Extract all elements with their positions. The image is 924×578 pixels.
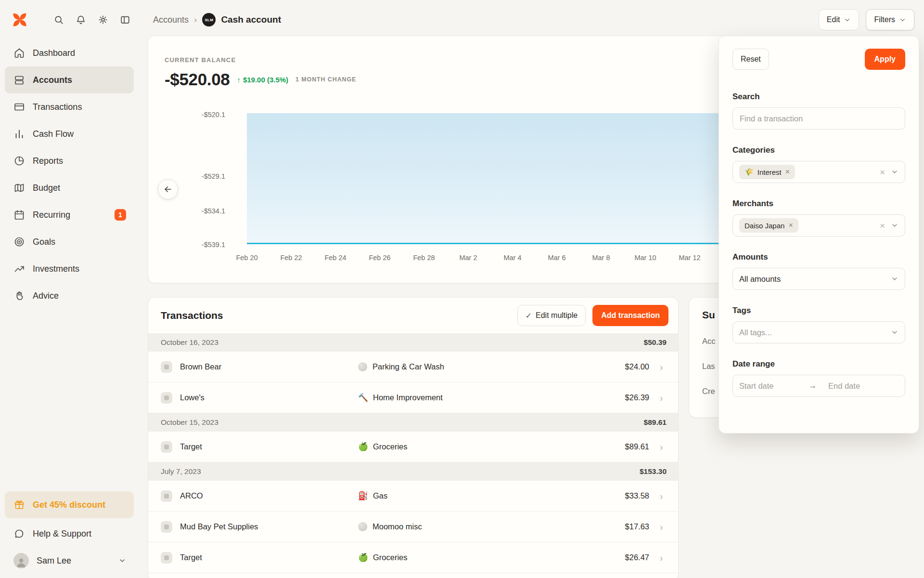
clear-select-icon[interactable]: ×	[880, 168, 885, 177]
help-support-button[interactable]: Help & Support	[5, 520, 134, 547]
category-name: Parking & Car Wash	[372, 362, 444, 371]
transaction-group-header: July 7, 2023 $153.30	[148, 462, 678, 481]
chevron-right-icon: ›	[656, 442, 667, 452]
chart-scroll-left-button[interactable]	[158, 179, 178, 199]
transaction-row[interactable]: Brown Bear Parking & Car Wash $24.00 ›	[148, 352, 678, 382]
discount-promo-button[interactable]: Get 45% discount	[5, 491, 134, 518]
date-range-label: Date range	[732, 359, 905, 369]
user-name: Sam Lee	[37, 556, 71, 566]
sidebar-item-accounts[interactable]: Accounts	[5, 66, 134, 93]
clear-select-icon[interactable]: ×	[880, 221, 885, 230]
amounts-select[interactable]: All amounts	[732, 268, 905, 290]
chevron-down-icon	[844, 16, 851, 24]
chevron-right-icon: ›	[656, 553, 667, 563]
transactions-title: Transactions	[161, 310, 223, 321]
search-icon[interactable]	[49, 10, 68, 29]
merchants-select[interactable]: Daiso Japan × ×	[732, 214, 905, 236]
transaction-row[interactable]: Mud Bay Pet Supplies Moomoo misc $17.63 …	[148, 512, 678, 542]
sidebar: Dashboard Accounts Transactions Cash Flo…	[0, 39, 139, 578]
reset-button[interactable]: Reset	[732, 49, 769, 70]
transaction-group-header: October 16, 2023 $50.39	[148, 333, 678, 352]
chevron-right-icon: ›	[656, 491, 667, 501]
date-range-picker[interactable]: →	[732, 375, 905, 397]
chevron-down-icon	[118, 557, 126, 565]
x-axis-tick: Mar 2	[459, 254, 477, 262]
check-icon: ✓	[526, 311, 532, 320]
transaction-row[interactable]: Target 🍏Groceries $26.47 ›	[148, 542, 678, 573]
transaction-amount: $17.63	[595, 522, 649, 531]
category-emoji-icon: 🍏	[358, 442, 368, 452]
add-transaction-button[interactable]: Add transaction	[592, 305, 668, 326]
category-name: Groceries	[373, 553, 408, 562]
sidebar-item-recurring[interactable]: Recurring 1	[5, 201, 134, 228]
edit-button[interactable]: Edit	[819, 9, 860, 30]
group-total: $50.39	[644, 338, 667, 347]
merchants-label: Merchants	[732, 199, 905, 209]
x-axis-tick: Mar 8	[592, 254, 610, 262]
user-menu[interactable]: Sam Lee	[5, 547, 134, 574]
sidebar-item-budget[interactable]: Budget	[5, 174, 134, 201]
remove-chip-icon[interactable]: ×	[788, 221, 793, 230]
category-emoji-icon: 🔨	[358, 393, 368, 403]
notifications-bell-icon[interactable]	[71, 10, 90, 29]
tags-select[interactable]: All tags...	[732, 321, 905, 343]
sidebar-item-advice[interactable]: Advice	[5, 282, 134, 309]
filters-button[interactable]: Filters	[866, 9, 914, 30]
search-input[interactable]	[732, 107, 905, 130]
balance-change: ↑ $19.00 (3.5%)	[237, 76, 288, 84]
breadcrumb: Accounts › SLM Cash account	[153, 13, 281, 26]
y-axis-tick: -$520.1	[148, 111, 225, 118]
merchant-logo	[161, 552, 172, 564]
sidebar-item-transactions[interactable]: Transactions	[5, 93, 134, 120]
sidebar-toggle-icon[interactable]	[116, 10, 135, 29]
x-axis-tick: Mar 6	[548, 254, 565, 262]
transaction-row[interactable]: Target 🍏Groceries $89.61 ›	[148, 432, 678, 462]
end-date-input[interactable]	[828, 381, 886, 391]
remove-chip-icon[interactable]: ×	[785, 168, 790, 176]
group-date: July 7, 2023	[161, 467, 201, 476]
sidebar-item-label: Recurring	[33, 210, 70, 220]
group-date: October 15, 2023	[161, 418, 218, 427]
categories-select[interactable]: 🌾 Interest × ×	[732, 161, 905, 183]
filters-button-label: Filters	[874, 15, 895, 24]
group-date: October 16, 2023	[161, 338, 218, 347]
x-axis-tick: Feb 26	[369, 254, 390, 262]
x-axis-tick: Feb 24	[324, 254, 346, 262]
x-axis-tick: Feb 22	[280, 254, 302, 262]
transaction-row[interactable]: ARCO ⛽Gas $33.58 ›	[148, 481, 678, 512]
amounts-selected-value: All amounts	[739, 275, 781, 284]
transaction-row[interactable]: Lowe's 🔨Home Improvement $26.39 ›	[148, 382, 678, 413]
account-avatar: SLM	[202, 13, 216, 26]
edit-multiple-button[interactable]: ✓ Edit multiple	[517, 305, 586, 326]
sidebar-item-investments[interactable]: Investments	[5, 255, 134, 282]
start-date-input[interactable]	[739, 381, 797, 391]
topbar: Accounts › SLM Cash account Edit Filters	[0, 0, 924, 39]
group-total: $153.30	[640, 467, 667, 476]
app-logo-icon[interactable]	[11, 11, 29, 29]
sidebar-item-goals[interactable]: Goals	[5, 228, 134, 255]
merchant-chip-label: Daiso Japan	[744, 222, 784, 230]
chevron-down-icon	[891, 275, 898, 283]
search-label: Search	[732, 92, 905, 102]
sidebar-item-label: Investments	[33, 264, 79, 274]
sidebar-item-dashboard[interactable]: Dashboard	[5, 39, 134, 66]
calendar-icon	[13, 209, 25, 221]
merchant-logo	[161, 441, 172, 453]
category-emoji-icon: ⛽	[358, 491, 368, 501]
sidebar-item-reports[interactable]: Reports	[5, 147, 134, 174]
sidebar-item-cash-flow[interactable]: Cash Flow	[5, 120, 134, 147]
x-axis-tick: Feb 20	[236, 254, 257, 262]
arrow-left-icon	[163, 184, 173, 194]
category-emoji-icon: 🍏	[358, 552, 368, 563]
y-axis-tick: -$534.1	[148, 207, 225, 215]
target-icon	[13, 236, 25, 248]
apply-button[interactable]: Apply	[865, 49, 905, 70]
category-name: Moomoo misc	[372, 522, 422, 531]
sidebar-item-label: Reports	[33, 156, 63, 166]
merchant-chip-daiso-japan: Daiso Japan ×	[739, 218, 798, 233]
category-chip-label: Interest	[757, 168, 782, 176]
breadcrumb-accounts-link[interactable]: Accounts	[153, 15, 189, 25]
settings-gear-icon[interactable]	[93, 10, 113, 29]
tags-label: Tags	[732, 306, 905, 315]
x-axis-tick: Mar 10	[634, 254, 656, 262]
